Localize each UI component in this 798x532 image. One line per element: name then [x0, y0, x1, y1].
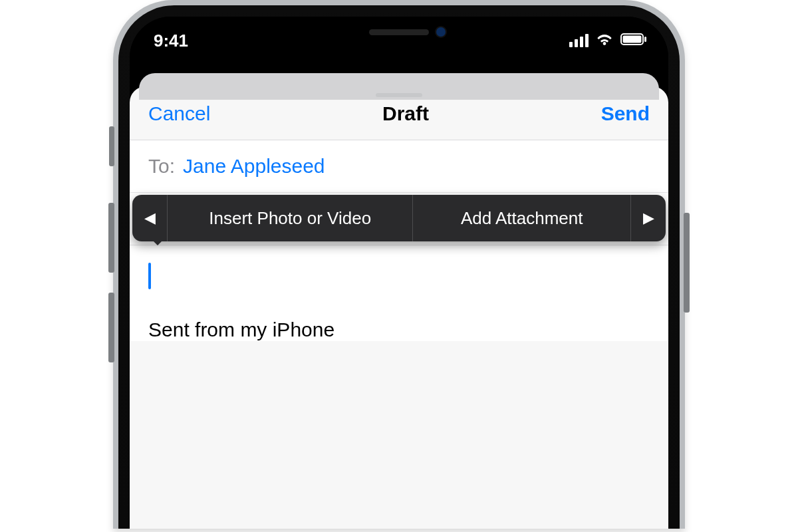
compose-sheet: Cancel Draft Send To: Jane Appleseed Cc/…: [130, 86, 668, 529]
popover-next-button[interactable]: ▶: [631, 195, 666, 241]
wifi-icon: [595, 32, 614, 49]
side-power-button[interactable]: [684, 213, 690, 313]
to-label: To:: [148, 155, 175, 178]
status-time: 9:41: [154, 31, 188, 51]
add-attachment-button[interactable]: Add Attachment: [413, 195, 630, 241]
compose-body: To: Jane Appleseed Cc/Bcc: ◀ Insert Phot…: [130, 140, 668, 341]
cancel-button[interactable]: Cancel: [148, 102, 210, 125]
volume-up-button[interactable]: [108, 203, 114, 273]
svg-rect-1: [623, 36, 642, 43]
text-cursor: [148, 263, 151, 289]
front-camera: [436, 27, 446, 37]
popover-prev-button[interactable]: ◀: [132, 195, 167, 241]
text-cursor-row: [148, 245, 650, 292]
mute-switch[interactable]: [109, 126, 114, 166]
message-body-area[interactable]: ◀ Insert Photo or Video Add Attachment ▶…: [130, 245, 668, 341]
phone-device-frame: 9:41 Cancel Draft Send: [113, 0, 685, 529]
insert-photo-video-button[interactable]: Insert Photo or Video: [168, 195, 412, 241]
signature-text[interactable]: Sent from my iPhone: [148, 292, 650, 341]
earpiece-speaker: [369, 29, 429, 35]
device-notch: [286, 17, 512, 47]
status-icons: [569, 32, 647, 49]
phone-screen: 9:41 Cancel Draft Send: [130, 17, 668, 529]
sheet-grabber[interactable]: [376, 93, 422, 97]
compose-title: Draft: [382, 102, 429, 125]
to-recipient[interactable]: Jane Appleseed: [183, 155, 325, 178]
send-button[interactable]: Send: [601, 102, 650, 125]
battery-icon: [620, 33, 647, 48]
phone-frame-inner: 9:41 Cancel Draft Send: [118, 5, 680, 529]
edit-menu-popover: ◀ Insert Photo or Video Add Attachment ▶: [132, 195, 666, 241]
cellular-signal-icon: [569, 34, 589, 47]
svg-rect-2: [644, 37, 646, 42]
volume-down-button[interactable]: [108, 293, 114, 362]
to-field-row[interactable]: To: Jane Appleseed: [130, 140, 668, 193]
